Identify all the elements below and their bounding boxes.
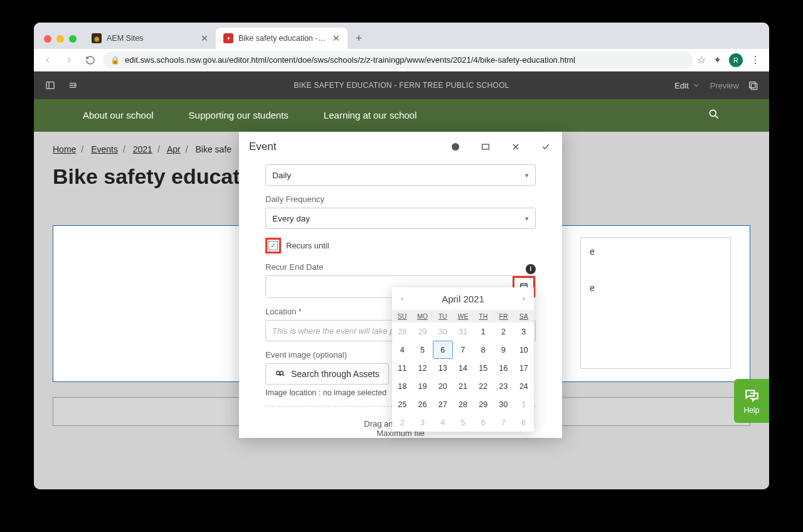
calendar-day[interactable]: 22: [473, 377, 493, 395]
page-info-icon[interactable]: [64, 77, 82, 94]
datepicker-popover: ‹ April 2021 › SUMOTUWETHFRSA 2829303112…: [392, 287, 534, 432]
calendar-day[interactable]: 11: [392, 359, 412, 377]
calendar-day[interactable]: 25: [392, 395, 412, 413]
calendar-day[interactable]: 5: [453, 413, 473, 432]
calendar-day[interactable]: 4: [433, 413, 453, 432]
reload-button[interactable]: [82, 51, 99, 69]
calendar-day[interactable]: 29: [412, 322, 432, 341]
maximize-window[interactable]: [69, 35, 77, 43]
search-assets-button[interactable]: Search through Assets: [265, 363, 389, 385]
calendar-day[interactable]: 28: [453, 395, 473, 413]
calendar-day[interactable]: 20: [433, 377, 453, 395]
calendar-day[interactable]: 16: [493, 359, 513, 377]
recur-end-label: Recur End Date: [265, 262, 324, 272]
edit-mode-dropdown[interactable]: Edit: [669, 78, 705, 93]
calendar-day[interactable]: 4: [392, 341, 412, 359]
close-window[interactable]: [44, 35, 51, 43]
calendar-day[interactable]: 18: [392, 377, 412, 395]
info-icon[interactable]: i: [526, 264, 536, 274]
calendar-day[interactable]: 21: [453, 377, 473, 395]
calendar-day[interactable]: 19: [412, 377, 432, 395]
calendar-day[interactable]: 30: [433, 322, 453, 341]
help-icon[interactable]: ?: [449, 141, 462, 153]
side-panel-icon[interactable]: [41, 77, 59, 94]
profile-avatar[interactable]: R: [729, 53, 743, 67]
calendar-day[interactable]: 12: [412, 359, 432, 377]
annotate-icon[interactable]: [744, 77, 762, 94]
calendar-day[interactable]: 2: [392, 413, 412, 432]
svg-text:?: ?: [454, 144, 457, 150]
svg-rect-6: [750, 82, 755, 88]
daily-freq-label: Daily Frequency: [265, 194, 536, 204]
calendar-day[interactable]: 9: [493, 341, 513, 359]
calendar-day[interactable]: 7: [493, 413, 513, 432]
calendar-day[interactable]: 17: [514, 359, 534, 377]
crumb-year[interactable]: 2021: [133, 144, 152, 154]
calendar-day[interactable]: 3: [514, 322, 534, 341]
calendar-day[interactable]: 3: [412, 413, 432, 432]
forward-button[interactable]: [60, 51, 78, 69]
submit-icon[interactable]: [540, 141, 552, 153]
dialog-title: Event: [249, 141, 276, 153]
calendar-day[interactable]: 6: [433, 341, 453, 359]
daily-freq-select[interactable]: Every day▾: [265, 208, 536, 229]
event-card: e e: [580, 237, 731, 369]
help-tab[interactable]: Help: [734, 379, 769, 423]
bookmark-star-icon[interactable]: ☆: [697, 54, 706, 66]
calendar-day[interactable]: 26: [412, 395, 432, 413]
calendar-day[interactable]: 28: [392, 322, 412, 341]
minimize-window[interactable]: [56, 35, 64, 43]
crumb-home[interactable]: Home: [53, 144, 76, 154]
nav-item-about[interactable]: About our school: [83, 110, 154, 120]
calendar-day[interactable]: 2: [493, 322, 513, 341]
calendar-day[interactable]: 15: [473, 359, 493, 377]
tab-bike-safety[interactable]: ✦ Bike safety education - Fern Tr ✕: [216, 28, 348, 49]
calendar-day[interactable]: 6: [473, 413, 493, 432]
calendar-day[interactable]: 13: [433, 359, 453, 377]
recurrence-select[interactable]: Daily▾: [265, 164, 536, 186]
calendar-day[interactable]: 8: [473, 341, 493, 359]
calendar-day[interactable]: 5: [412, 341, 432, 359]
crumb-month[interactable]: Apr: [167, 144, 181, 154]
calendar-day[interactable]: 1: [473, 322, 493, 341]
calendar-day[interactable]: 7: [453, 341, 473, 359]
nav-item-supporting[interactable]: Supporting our students: [189, 110, 289, 120]
nav-item-learning[interactable]: Learning at our school: [324, 110, 417, 120]
crumb-events[interactable]: Events: [91, 144, 118, 154]
calendar-day[interactable]: 23: [493, 377, 513, 395]
calendar-day[interactable]: 27: [433, 395, 453, 413]
tab-aem-sites[interactable]: ◉ AEM Sites ✕: [84, 28, 216, 49]
close-tab-icon[interactable]: ✕: [332, 33, 340, 43]
close-tab-icon[interactable]: ✕: [201, 33, 208, 43]
calendar-day[interactable]: 10: [514, 341, 534, 359]
new-tab-button[interactable]: +: [350, 29, 368, 47]
site-nav: About our school Supporting our students…: [34, 99, 769, 132]
calendar-day[interactable]: 14: [453, 359, 473, 377]
nsw-favicon: ✦: [223, 33, 233, 43]
extensions-icon[interactable]: ✦: [713, 54, 721, 66]
calendar-day[interactable]: 24: [514, 377, 534, 395]
svg-point-8: [710, 110, 716, 116]
dialog-header: Event ?: [239, 132, 562, 162]
recurs-until-checkbox[interactable]: ✓: [269, 241, 278, 250]
aem-favicon: ◉: [92, 33, 102, 43]
calendar-day[interactable]: 1: [514, 395, 534, 413]
calendar-grid: 2829303112345678910111213141516171819202…: [392, 322, 534, 432]
address-bar[interactable]: 🔒 edit.sws.schools.nsw.gov.au/editor.htm…: [103, 51, 693, 69]
next-month-icon[interactable]: ›: [520, 292, 528, 306]
back-button[interactable]: [39, 51, 56, 69]
calendar-day[interactable]: 29: [473, 395, 493, 413]
crumb-current: Bike safe: [195, 144, 231, 154]
preview-button[interactable]: Preview: [705, 78, 744, 93]
calendar-day[interactable]: 31: [453, 322, 473, 341]
close-icon[interactable]: [509, 141, 522, 153]
chrome-menu-icon[interactable]: ⋮: [750, 54, 760, 66]
fullscreen-icon[interactable]: [479, 141, 492, 153]
calendar-day[interactable]: 30: [493, 395, 513, 413]
search-icon[interactable]: [708, 108, 720, 124]
calendar-day[interactable]: 8: [514, 413, 534, 432]
calendar-month: April 2021: [442, 294, 484, 304]
svg-rect-0: [46, 82, 54, 89]
prev-month-icon[interactable]: ‹: [398, 292, 406, 306]
page-viewport: BIKE SAFETY EDUCATION - FERN TREE PUBLIC…: [34, 72, 769, 489]
